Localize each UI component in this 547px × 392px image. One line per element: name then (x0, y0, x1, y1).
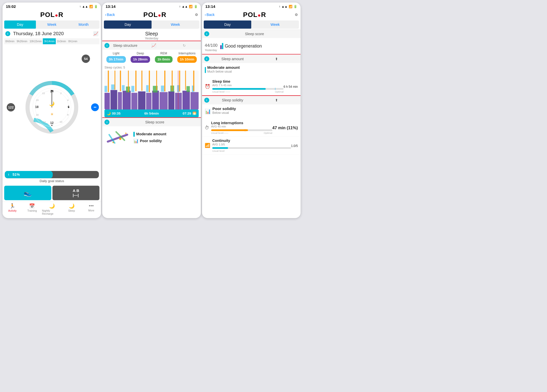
svg-rect-33 (183, 91, 190, 110)
solidity-sub: Below usual (212, 111, 236, 115)
pill-rem-label: REM (155, 52, 173, 55)
nightly-label: Nightly Recharge (42, 209, 62, 215)
info-icon-solidity[interactable]: i (204, 98, 209, 103)
info-icon-structure[interactable]: i (104, 43, 109, 48)
seg-0: 0h0min (4, 38, 16, 44)
svg-text:🌙: 🌙 (49, 101, 55, 106)
back-button-3[interactable]: ‹ Back (205, 13, 215, 17)
nightly-icon: 🌙 (49, 203, 55, 209)
interruptions-metric: ⏱ Long interruptions AVG 45 min Usual le… (202, 119, 301, 137)
pill-deep-value: 1h 28min (131, 56, 150, 63)
bars-orange-icon: 📊 (205, 108, 211, 114)
seg-5: 0h1min (67, 38, 78, 44)
status-icons-3: ↑ ▲▲ 📶 🔋 (279, 5, 297, 8)
pill-light: Light 3h 17min (106, 52, 126, 63)
svg-rect-51 (135, 71, 136, 91)
status-bar-2: 13:14 ↑ ▲▲ 📶 🔋 (102, 3, 201, 10)
screens-container: 15:02 ↑ ▲▲ 📶 🔋 POL●R Day Week Month (3, 3, 301, 218)
status-time-1: 15:02 (6, 5, 16, 9)
poor-solidity-label: Poor solidity (140, 139, 162, 143)
chart-toggle-icon[interactable]: 📈 (140, 43, 168, 48)
svg-rect-47 (108, 71, 109, 92)
tab-day-2[interactable]: Day (104, 20, 151, 29)
tab-day-1[interactable]: Day (4, 20, 36, 29)
continuity-metric: 📶 Continuity AVG 1.0/5 Usual level 1.0/5 (202, 137, 301, 154)
training-icon: 📅 (29, 203, 35, 209)
upload-icon-2[interactable]: ⬆ (255, 98, 299, 102)
timeline-end: 07:29 (183, 112, 191, 115)
interruptions-avg: AVG 45 min (211, 125, 272, 128)
score-rating: Good regeneration (225, 43, 262, 49)
svg-rect-23 (110, 90, 117, 110)
svg-text:18: 18 (35, 105, 39, 109)
gear-icon-2[interactable]: ⚙ (195, 13, 198, 17)
signal-icon: ▲▲ (82, 5, 88, 8)
svg-text:10: 10 (59, 120, 62, 123)
bottom-tabs-1: 🏃 Activity 📅 Training 🌙 Nightly Recharge… (3, 202, 101, 218)
timeline-sun: 🌅 (192, 112, 197, 115)
svg-rect-27 (138, 91, 145, 110)
status-time-2: 13:14 (106, 5, 116, 9)
bottom-tab-activity[interactable]: 🏃 Activity (3, 203, 22, 215)
interruptions-bars: Usual level—— Optimal (211, 129, 272, 135)
bottom-tab-more[interactable]: ••• More (81, 203, 101, 215)
cont-bar-wrap (212, 147, 291, 149)
refresh-icon[interactable]: ↻ (170, 43, 199, 48)
bottom-tab-nightly[interactable]: 🌙 Nightly Recharge (42, 203, 62, 215)
tab-week-2[interactable]: Week (152, 20, 199, 29)
sleep-score-box: 44/100 Yesterday Good regeneration (202, 38, 301, 54)
signal-icon-3: ▲▲ (282, 5, 288, 8)
sleep-amount-header: i Sleep amount ⬆ (202, 55, 301, 63)
progress-section: i 51% Daily goal status (3, 170, 101, 184)
interruptions-icon: ⏱ (205, 125, 209, 130)
wifi-icon-3: 📶 (289, 5, 292, 8)
svg-point-15 (68, 107, 69, 108)
trend-icon[interactable]: 📈 (93, 31, 98, 36)
amount-section: Moderate amount Much below usual (202, 63, 301, 77)
svg-point-65 (125, 133, 127, 134)
activity-label: Activity (8, 209, 16, 212)
tab-week-1[interactable]: Week (36, 20, 68, 29)
score-item-solidity: 📊 Poor solidity (133, 138, 198, 143)
info-icon-date[interactable]: i (5, 31, 10, 36)
score-bars-visual (220, 43, 223, 49)
bottom-tab-sleep[interactable]: 🌙 Sleep (62, 203, 81, 215)
more-button[interactable]: •• (91, 103, 99, 111)
info-icon-score[interactable]: i (104, 120, 109, 125)
steps-tile[interactable]: 👟 (4, 186, 51, 200)
svg-rect-58 (185, 71, 186, 90)
sleep-timeline: 🌙 00:35 6h 54min 07:29 🌅 (104, 110, 199, 117)
bottom-tab-training[interactable]: 📅 Training (22, 203, 42, 215)
tab-week-3[interactable]: Week (251, 20, 299, 29)
workout-tile[interactable]: A B|—| (52, 186, 99, 200)
tab-month-1[interactable]: Month (68, 20, 100, 29)
int-bar-wrap (211, 129, 272, 131)
progress-fill: 51% (5, 171, 53, 178)
info-icon-amount[interactable]: i (204, 56, 209, 61)
gear-icon-3[interactable]: ⚙ (295, 13, 298, 17)
sleep-solidity-header: i Sleep solidity ⬆ (202, 96, 301, 104)
info-icon-score-3[interactable]: i (204, 31, 209, 36)
sleep-time-avg: AVG 7 h 45 min (212, 84, 284, 87)
progress-label: Daily goal status (5, 179, 99, 183)
svg-rect-36 (111, 84, 115, 90)
date-display: Thursday, 18 June 2020 (13, 31, 64, 36)
svg-rect-29 (152, 91, 159, 110)
tab-day-3[interactable]: Day (204, 20, 251, 29)
wifi-icon-2: 📶 (189, 5, 193, 8)
sleep-score-section-header: i Sleep score (202, 30, 301, 38)
score-preview: Moderate amount 📊 Poor solidity (102, 126, 201, 149)
sleep-time-info: Sleep time AVG 7 h 45 min Usual level ——… (212, 79, 284, 93)
sleep-viz (105, 129, 130, 146)
status-icons-1: ↑ ▲▲ 📶 🔋 (79, 5, 98, 8)
back-button-2[interactable]: ‹ Back (105, 13, 115, 17)
score-text-items: Moderate amount 📊 Poor solidity (133, 132, 198, 143)
info-progress-icon[interactable]: i (6, 172, 11, 177)
svg-rect-35 (104, 86, 107, 92)
wifi-icon: 📶 (89, 5, 93, 8)
upload-icon[interactable]: ⬆ (255, 57, 299, 61)
continuity-info: Continuity AVG 1.0/5 Usual level (212, 139, 291, 152)
sleep-label: Sleep (68, 209, 75, 212)
nav-bar-1: POL●R (3, 10, 101, 20)
sleep-time-label: Sleep time (212, 79, 284, 84)
